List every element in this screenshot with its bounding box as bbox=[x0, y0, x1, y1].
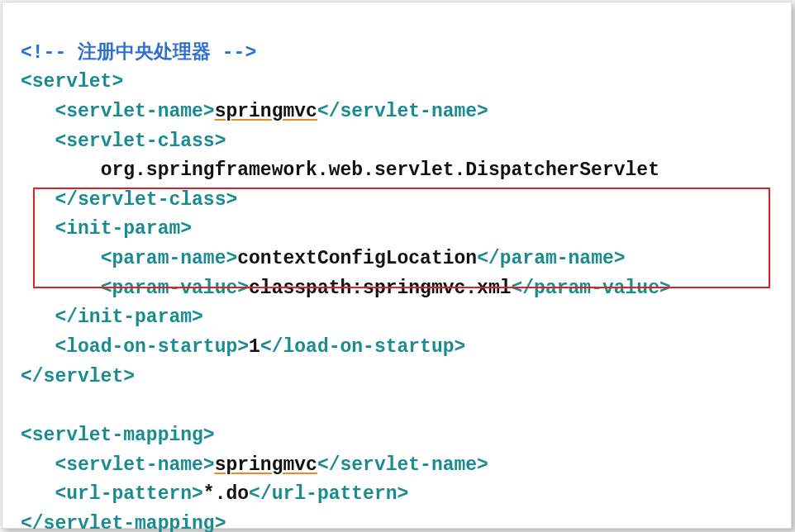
mapping-servlet-name-close: </servlet-name> bbox=[317, 454, 488, 476]
param-value-value: classpath:springmvc.xml bbox=[249, 278, 511, 299]
load-on-startup-open: <load-on-startup> bbox=[55, 336, 249, 358]
param-value-close: </param-value> bbox=[512, 278, 671, 299]
comment-close: --> bbox=[211, 42, 256, 64]
comment-text: 注册中央处理器 bbox=[78, 42, 211, 64]
servlet-name-close: </servlet-name> bbox=[317, 101, 488, 122]
servlet-class-value: org.springframework.web.servlet.Dispatch… bbox=[101, 159, 659, 181]
load-on-startup-close: </load-on-startup> bbox=[260, 336, 465, 358]
load-on-startup-value: 1 bbox=[249, 336, 260, 358]
url-pattern-open: <url-pattern> bbox=[55, 483, 202, 505]
mapping-servlet-name-open: <servlet-name> bbox=[55, 454, 214, 476]
param-name-value: contextConfigLocation bbox=[237, 248, 477, 269]
code-frame: <!-- 注册中央处理器 --> <servlet> <servlet-name… bbox=[2, 2, 792, 529]
servlet-close: </servlet> bbox=[21, 366, 135, 387]
param-name-close: </param-name> bbox=[477, 248, 625, 269]
mapping-servlet-name-value: springmvc bbox=[215, 454, 317, 476]
url-pattern-close: </url-pattern> bbox=[249, 483, 408, 505]
param-value-open: <param-value> bbox=[101, 278, 249, 299]
init-param-open: <init-param> bbox=[55, 218, 192, 240]
servlet-class-close: </servlet-class> bbox=[55, 189, 237, 211]
servlet-mapping-open: <servlet-mapping> bbox=[21, 425, 215, 446]
init-param-close: </init-param> bbox=[55, 306, 202, 328]
servlet-name-open: <servlet-name> bbox=[55, 101, 214, 122]
servlet-open: <servlet> bbox=[21, 71, 123, 93]
comment-open: <!-- bbox=[21, 42, 78, 64]
servlet-mapping-close: </servlet-mapping> bbox=[21, 513, 226, 532]
servlet-class-open: <servlet-class> bbox=[55, 131, 226, 152]
param-name-open: <param-name> bbox=[101, 248, 238, 269]
url-pattern-value: *.do bbox=[203, 483, 249, 505]
servlet-name-value: springmvc bbox=[215, 101, 317, 122]
code-block: <!-- 注册中央处理器 --> <servlet> <servlet-name… bbox=[21, 9, 671, 532]
